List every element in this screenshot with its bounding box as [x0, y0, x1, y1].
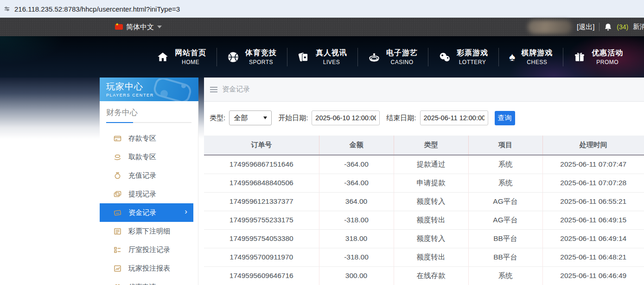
sidebar-item-withdraw-zone[interactable]: 取款专区: [100, 148, 198, 166]
site-top-bar: 简体中文 [退出] (34) 新消息: [0, 18, 644, 36]
nav-item-promo[interactable]: 优惠活动PROMO: [563, 48, 633, 65]
username-blurred: [528, 20, 572, 34]
cell-type: 额度转入: [394, 229, 468, 248]
cell-time: 2025-06-11 07:07:28: [542, 174, 644, 192]
chart-report-icon: [114, 265, 121, 272]
nav-item-chess[interactable]: ♠ 棋牌游戏CHESS: [499, 48, 563, 65]
table-header-row: 订单号 金额 类型 项目 处理时间: [204, 136, 644, 155]
filter-bar: 类型: 全部 开始日期: 结束日期: 查询: [210, 110, 644, 126]
cell-project: BB平台: [468, 248, 542, 266]
hand-money-icon: [114, 153, 121, 161]
cell-type: 申请提款: [394, 174, 468, 192]
cell-type: 在线存款: [394, 266, 468, 285]
cell-type: 额度转出: [394, 211, 468, 229]
nav-item-sports[interactable]: 体育竞技SPORTS: [217, 48, 287, 65]
bell-icon[interactable]: [604, 23, 612, 31]
cell-order-no: 1749596848840506: [204, 174, 319, 192]
col-amount: 金额: [319, 136, 394, 155]
spade-icon: ♠: [509, 51, 515, 63]
cell-order-no: 1749595700911970: [204, 248, 319, 266]
divider: [599, 23, 599, 31]
cell-amount: 318.00: [319, 229, 394, 248]
sidebar-section-title: 财务中心: [106, 107, 191, 118]
screen: 216.118.235.52:8783/hhcp/usercenter.html…: [0, 0, 644, 285]
nav-item-lottery[interactable]: 彩票游戏LOTTERY: [428, 48, 498, 65]
site-settings-icon[interactable]: [4, 6, 10, 12]
sidebar-item-recharge-records[interactable]: 充值记录: [100, 166, 198, 185]
cell-type: 提款通过: [394, 155, 468, 174]
sidebar-item-hall-bet-records[interactable]: 厅室投注记录: [100, 240, 198, 259]
chevron-down-icon: [263, 117, 267, 119]
cell-type: 额度转入: [394, 192, 468, 211]
cell-project: 系统: [468, 174, 542, 192]
main-content: 资金记录 类型: 全部 开始日期: 结束日期: 查询 订单号 金额 类型 项目: [204, 78, 644, 285]
lottery-balls-icon: [439, 51, 451, 63]
cell-project: BB平台: [468, 229, 542, 248]
sidebar-item-player-bet-report[interactable]: 玩家投注报表: [100, 259, 198, 278]
cell-amount: 364.00: [319, 192, 394, 211]
sidebar-item-promo-apply[interactable]: 优惠申请: [100, 278, 198, 285]
sidebar: 财务中心 存款专区 取款专区 充值记录 提现记录 资金记录: [100, 101, 198, 285]
wallet-icon: [114, 190, 121, 198]
cell-order-no: 1749595755233175: [204, 211, 319, 229]
checklist-icon: [114, 246, 121, 254]
cell-order-no: 1749595754053380: [204, 229, 319, 248]
sidebar-item-deposit-zone[interactable]: 存款专区: [100, 129, 198, 148]
table-row: 1749595700911970 -318.00 额度转出 BB平台 2025-…: [204, 248, 644, 266]
cell-order-no: 1749596867151646: [204, 155, 319, 174]
cell-time: 2025-06-11 06:55:21: [542, 192, 644, 211]
message-count-badge: (34): [617, 23, 628, 31]
top-right-cluster: [退出] (34) 新消息: [528, 18, 644, 36]
gamepad-icon: [147, 78, 198, 101]
deposit-card-icon: [114, 135, 121, 142]
col-type: 类型: [394, 136, 468, 155]
col-order-no: 订单号: [204, 136, 319, 155]
cell-order-no: 1749596121337377: [204, 192, 319, 211]
nav-item-casino[interactable]: 电子游艺CASINO: [358, 48, 428, 65]
cell-type: 额度转出: [394, 248, 468, 266]
cell-time: 2025-06-11 06:46:49: [542, 266, 644, 285]
end-date-input[interactable]: [420, 110, 488, 125]
cards-icon: [298, 51, 310, 63]
cell-order-no: 1749595609646716: [204, 266, 319, 285]
logout-link[interactable]: [退出]: [577, 23, 594, 32]
roulette-icon: [368, 51, 380, 63]
china-flag-icon: [115, 24, 123, 30]
cell-project: 系统: [468, 155, 542, 174]
url-text[interactable]: 216.118.235.52:8783/hhcp/usercenter.html…: [14, 5, 180, 13]
col-time: 处理时间: [542, 136, 644, 155]
money-bag-icon: [114, 172, 121, 180]
table-row: 1749595755233175 -318.00 额度转出 AG平台 2025-…: [204, 211, 644, 229]
sidebar-item-funds-records[interactable]: 资金记录: [100, 203, 193, 222]
document-list-icon: [114, 227, 121, 235]
sidebar-item-withdraw-records[interactable]: 提现记录: [100, 185, 198, 203]
language-selector[interactable]: 简体中文: [115, 18, 162, 36]
cell-project: AG平台: [468, 211, 542, 229]
sidebar-item-lottery-bet-details[interactable]: 彩票下注明细: [100, 222, 198, 240]
start-date-label: 开始日期:: [278, 114, 308, 123]
menu-icon: [210, 87, 217, 92]
funds-icon: [114, 209, 121, 217]
table-row: 1749596121337377 364.00 额度转入 AG平台 2025-0…: [204, 192, 644, 211]
browser-address-bar[interactable]: 216.118.235.52:8783/hhcp/usercenter.html…: [0, 0, 644, 18]
nav-item-home[interactable]: 网站首页HOME: [147, 48, 217, 65]
breadcrumb: 资金记录: [204, 78, 644, 102]
cell-amount: -364.00: [319, 174, 394, 192]
home-icon: [157, 51, 169, 63]
funds-table: 订单号 金额 类型 项目 处理时间 1749596867151646 -364.…: [204, 136, 644, 285]
start-date-input[interactable]: [312, 110, 380, 125]
new-message-link[interactable]: 新消息: [633, 23, 644, 31]
table-row: 1749595754053380 318.00 额度转入 BB平台 2025-0…: [204, 229, 644, 248]
chevron-down-icon: [157, 26, 162, 28]
cell-time: 2025-06-11 06:49:14: [542, 229, 644, 248]
cell-amount: -364.00: [319, 155, 394, 174]
language-label: 简体中文: [126, 23, 154, 32]
type-select[interactable]: 全部: [229, 110, 272, 125]
nav-item-lives[interactable]: 真人视讯LIVES: [287, 48, 357, 65]
cell-amount: 300.00: [319, 266, 394, 285]
table-row: 1749595609646716 300.00 在线存款 系统 2025-06-…: [204, 266, 644, 285]
table-row: 1749596848840506 -364.00 申请提款 系统 2025-06…: [204, 174, 644, 192]
query-button[interactable]: 查询: [495, 111, 515, 125]
cell-time: 2025-06-11 06:48:21: [542, 248, 644, 266]
cell-amount: -318.00: [319, 211, 394, 229]
